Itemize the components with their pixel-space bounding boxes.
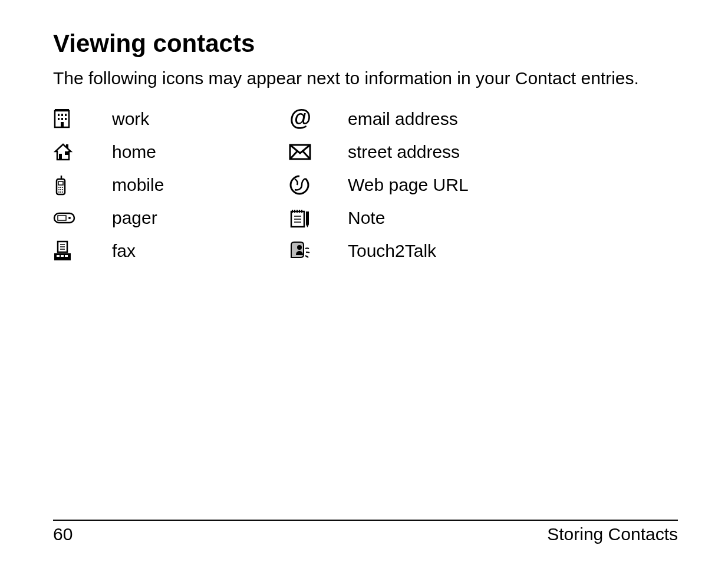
legend-row: street address <box>289 135 584 168</box>
legend-label: Web page URL <box>348 175 469 195</box>
mobile-phone-icon <box>53 174 112 196</box>
svg-rect-3 <box>61 114 63 116</box>
svg-text:@: @ <box>289 108 311 130</box>
svg-rect-25 <box>54 213 74 223</box>
svg-rect-10 <box>65 151 68 155</box>
svg-rect-14 <box>58 181 63 185</box>
legend-label: email address <box>348 109 458 129</box>
legend-label: Touch2Talk <box>348 241 436 261</box>
svg-point-18 <box>62 187 63 188</box>
svg-line-38 <box>290 151 297 159</box>
svg-point-27 <box>68 217 71 219</box>
svg-point-22 <box>58 191 60 193</box>
section-title: Storing Contacts <box>547 524 678 544</box>
legend-label: mobile <box>112 175 164 195</box>
legend-row: @ email address <box>289 103 584 135</box>
svg-rect-4 <box>65 114 67 116</box>
notepad-icon <box>289 208 348 228</box>
legend-row: Note <box>289 201 584 234</box>
legend-column-right: @ email address street address <box>289 103 584 267</box>
icon-legend: work home <box>53 103 675 267</box>
svg-rect-8 <box>61 122 64 127</box>
svg-point-24 <box>62 191 63 193</box>
legend-row: Web page URL <box>289 168 584 201</box>
svg-point-17 <box>60 187 61 188</box>
svg-point-23 <box>60 191 61 193</box>
at-sign-icon: @ <box>289 108 348 130</box>
svg-point-21 <box>62 189 63 190</box>
legend-row: pager <box>53 201 289 234</box>
svg-point-16 <box>58 187 60 188</box>
legend-column-left: work home <box>53 103 289 267</box>
svg-rect-11 <box>59 154 62 160</box>
legend-row: fax <box>53 234 289 267</box>
page-footer: 60 Storing Contacts <box>53 520 678 544</box>
house-icon <box>53 143 112 161</box>
page-number: 60 <box>53 524 73 544</box>
svg-rect-5 <box>58 118 60 120</box>
svg-rect-6 <box>61 118 63 120</box>
legend-label: fax <box>112 241 136 261</box>
legend-label: home <box>112 142 156 162</box>
svg-rect-26 <box>58 216 66 220</box>
svg-rect-1 <box>55 109 69 111</box>
svg-rect-7 <box>65 118 67 120</box>
svg-rect-49 <box>306 211 309 224</box>
globe-icon <box>289 174 348 196</box>
legend-label: street address <box>348 142 460 162</box>
svg-rect-12 <box>66 144 68 148</box>
pager-icon <box>53 211 112 225</box>
legend-row: work <box>53 103 289 135</box>
talking-head-icon <box>289 240 348 262</box>
svg-point-19 <box>58 189 60 190</box>
svg-marker-9 <box>55 144 71 160</box>
envelope-icon <box>289 144 348 160</box>
legend-label: pager <box>112 208 157 228</box>
legend-label: Note <box>348 208 385 228</box>
building-icon <box>53 109 112 129</box>
svg-rect-34 <box>61 255 64 257</box>
svg-marker-50 <box>306 224 309 227</box>
page-title: Viewing contacts <box>53 29 675 58</box>
svg-point-20 <box>60 189 61 190</box>
svg-point-51 <box>297 245 302 250</box>
svg-rect-2 <box>58 114 60 116</box>
legend-row: home <box>53 135 289 168</box>
legend-row: mobile <box>53 168 289 201</box>
svg-rect-33 <box>57 255 60 257</box>
legend-row: Touch2Talk <box>289 234 584 267</box>
fax-icon <box>53 240 112 262</box>
svg-line-39 <box>303 151 310 159</box>
svg-rect-35 <box>65 255 68 257</box>
intro-text: The following icons may appear next to i… <box>53 68 675 88</box>
legend-label: work <box>112 109 149 129</box>
